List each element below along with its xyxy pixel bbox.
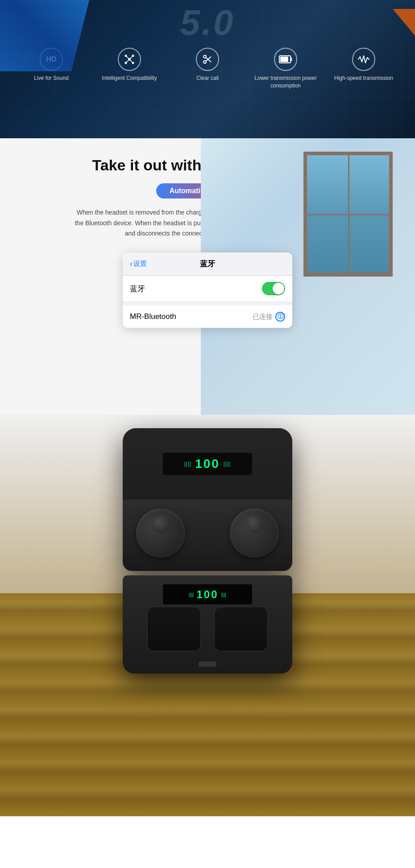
earbud-left xyxy=(136,508,185,558)
earbuds-case-bottom: |||| 100 |||| xyxy=(123,575,292,674)
display-number: 100 xyxy=(195,457,220,471)
bottom-display-bars-right: |||| xyxy=(221,592,226,597)
ios-connected-status: 已连接 ⓘ xyxy=(253,312,285,322)
ios-separator xyxy=(123,302,292,306)
ios-back-label: 设置 xyxy=(133,260,147,268)
ios-bluetooth-row: 蓝牙 xyxy=(123,276,292,302)
display-bars-right: |||| xyxy=(224,461,231,467)
triangle-decoration xyxy=(393,9,415,36)
earbud-right xyxy=(230,508,279,558)
ios-header: ‹ 设置 蓝牙 xyxy=(123,252,292,276)
case-usb-port xyxy=(199,661,216,667)
auto-connection-section: Take it out without tedious work Automat… xyxy=(0,138,415,415)
bottom-display-number: 100 xyxy=(196,588,218,601)
earbuds-case-open: |||| 100 |||| xyxy=(123,428,292,571)
room-window xyxy=(303,152,393,277)
ios-device-row[interactable]: MR-Bluetooth 已连接 ⓘ xyxy=(123,306,292,328)
circuit-background xyxy=(0,0,415,138)
ios-devices-section: MR-Bluetooth 已连接 ⓘ xyxy=(123,306,292,328)
ios-bluetooth-section: 蓝牙 xyxy=(123,276,292,302)
case-slot-right xyxy=(214,607,268,651)
chevron-left-icon: ‹ xyxy=(130,259,133,269)
ios-connected-label: 已连接 xyxy=(253,313,273,321)
case-bottom-display: |||| 100 |||| xyxy=(163,584,252,604)
ios-device-name: MR-Bluetooth xyxy=(130,312,176,321)
product-container: |||| 100 |||| |||| 100 |||| xyxy=(0,415,415,674)
ios-toggle[interactable] xyxy=(262,282,285,295)
ios-bluetooth-label: 蓝牙 xyxy=(130,284,145,294)
ios-settings-mock: ‹ 设置 蓝牙 蓝牙 MR-Bluetooth 已连接 ⓘ xyxy=(123,252,292,328)
case-top-half: |||| 100 |||| xyxy=(123,428,292,500)
ios-title: 蓝牙 xyxy=(200,259,215,269)
product-section: |||| 100 |||| |||| 100 |||| xyxy=(0,415,415,816)
display-bars-left: |||| xyxy=(184,461,191,467)
hero-section: 5.0 HD Live for Sound xyxy=(0,0,415,138)
case-slot-left xyxy=(147,607,201,651)
bottom-display-bars-left: |||| xyxy=(189,592,194,597)
ios-info-button[interactable]: ⓘ xyxy=(275,312,285,322)
ios-back-button[interactable]: ‹ 设置 xyxy=(130,259,147,269)
case-display-screen: |||| 100 |||| xyxy=(163,453,252,475)
